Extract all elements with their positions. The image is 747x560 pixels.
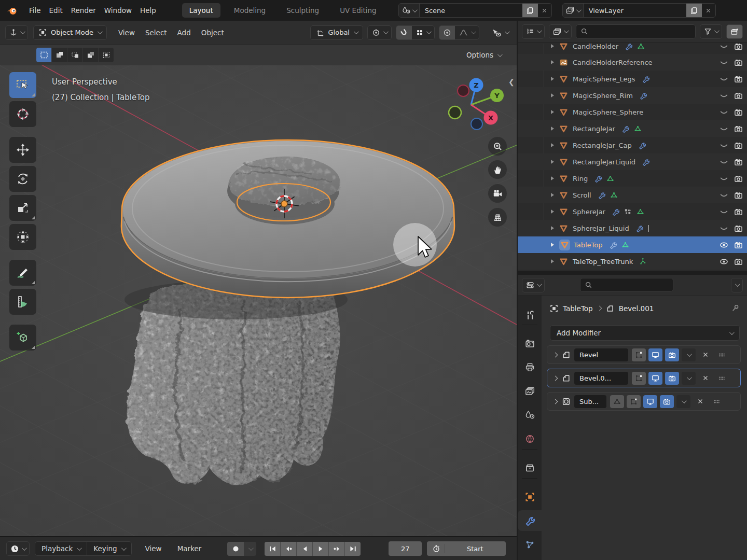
modifier-extras-dropdown[interactable] — [676, 395, 690, 408]
outliner-display-mode[interactable] — [549, 24, 572, 39]
hide-in-viewport-icon[interactable] — [720, 91, 728, 100]
object-name[interactable]: SphereJar — [573, 208, 605, 216]
viewlayer-browse-button[interactable] — [563, 4, 584, 17]
snap-toggle[interactable] — [396, 26, 412, 39]
pivot-point-dropdown[interactable] — [367, 25, 392, 40]
tree-trunk-object[interactable] — [125, 280, 348, 485]
menu-window[interactable]: Window — [100, 4, 136, 17]
pin-icon[interactable] — [731, 304, 740, 313]
modifier-panel-subdivision[interactable]: Sub... — [547, 392, 741, 411]
menu-playback[interactable]: Playback — [35, 542, 87, 555]
scene-unlink-button[interactable] — [538, 4, 551, 17]
menu-object[interactable]: Object — [196, 26, 229, 39]
object-name[interactable]: TableTop — [574, 241, 603, 249]
tab-physics[interactable] — [518, 556, 542, 560]
pan-button[interactable] — [488, 160, 507, 179]
select-intersect-button[interactable] — [99, 48, 114, 62]
outliner-row[interactable]: RectangleJarLiquid — [518, 153, 747, 170]
tab-object[interactable] — [518, 486, 542, 507]
play-reverse-button[interactable] — [297, 542, 312, 556]
scene-browse-button[interactable] — [399, 4, 420, 17]
disable-in-renders-icon[interactable] — [734, 75, 743, 83]
outliner-row[interactable]: MagicSphere_Rim — [518, 87, 747, 104]
object-name[interactable]: MagicSphere_Legs — [573, 75, 635, 83]
render-display-toggle[interactable] — [665, 348, 679, 361]
3d-viewport[interactable]: Z Y X Object Mode View Select Add Object — [0, 21, 517, 536]
frame-start-field[interactable]: Start — [427, 541, 506, 556]
disclosure-triangle-icon[interactable] — [551, 226, 554, 230]
tab-modifiers[interactable] — [518, 510, 542, 531]
outliner-row[interactable]: MagicSphere_Legs — [518, 71, 747, 87]
zoom-button[interactable] — [488, 137, 507, 156]
tool-transform[interactable] — [9, 224, 36, 250]
object-name[interactable]: CandleHolderReference — [573, 59, 653, 66]
modifier-name-field[interactable]: Sub... — [574, 395, 606, 408]
modifier-name-field[interactable]: Bevel.0... — [574, 372, 628, 385]
tab-view-layer[interactable] — [518, 381, 542, 401]
object-name[interactable]: Ring — [573, 175, 588, 183]
disable-in-renders-icon[interactable] — [734, 43, 743, 51]
disclosure-triangle-icon[interactable] — [551, 93, 554, 97]
mode-dropdown[interactable]: Object Mode — [33, 25, 107, 40]
jump-to-start-button[interactable] — [265, 542, 280, 556]
outliner-row[interactable]: Scroll — [518, 187, 747, 203]
outliner-row[interactable]: MagicSphere_Sphere — [518, 104, 747, 120]
play-button[interactable] — [313, 542, 328, 556]
menu-view[interactable]: View — [113, 26, 140, 39]
previous-keyframe-button[interactable] — [281, 542, 296, 556]
object-name[interactable]: SphereJar_Liquid — [573, 225, 629, 232]
blender-logo-icon[interactable] — [6, 5, 18, 16]
disable-in-renders-icon[interactable] — [734, 257, 743, 266]
outliner-row-active[interactable]: TableTop — [518, 236, 747, 253]
drag-handle[interactable] — [715, 348, 729, 361]
menu-render[interactable]: Render — [67, 4, 100, 17]
menu-help[interactable]: Help — [136, 4, 160, 17]
hide-in-viewport-icon[interactable] — [720, 108, 728, 117]
options-dropdown[interactable]: Options — [466, 51, 501, 59]
drag-handle[interactable] — [710, 395, 724, 408]
disable-in-renders-icon[interactable] — [734, 174, 743, 183]
menu-edit[interactable]: Edit — [45, 4, 67, 17]
outliner-row[interactable]: SphereJar_Liquid — [518, 220, 747, 236]
modifier-panel-bevel[interactable]: Bevel — [547, 345, 741, 364]
disable-in-renders-icon[interactable] — [734, 124, 743, 133]
disable-in-renders-icon[interactable] — [734, 191, 743, 200]
disclosure-triangle-icon[interactable] — [551, 60, 554, 64]
disclosure-triangle-icon[interactable] — [551, 193, 554, 197]
auto-keying-toggle[interactable] — [227, 542, 244, 556]
gizmo-neg-y[interactable] — [449, 106, 461, 119]
tab-output[interactable] — [518, 357, 542, 377]
transform-orientation-dropdown[interactable]: Global — [310, 25, 363, 40]
select-extend-button[interactable] — [52, 48, 67, 62]
modifier-panel-bevel-001[interactable]: Bevel.0... — [547, 369, 741, 387]
viewport-display-toggle[interactable] — [648, 372, 662, 385]
disclosure-triangle-icon[interactable] — [551, 143, 554, 147]
properties-options-dropdown[interactable] — [731, 278, 743, 292]
edit-mode-display-toggle[interactable] — [632, 372, 646, 385]
tab-world[interactable] — [518, 428, 542, 449]
delete-modifier-button[interactable] — [698, 372, 712, 385]
hide-in-viewport-icon[interactable] — [720, 191, 728, 200]
hide-in-viewport-icon[interactable] — [720, 141, 728, 150]
tab-tool[interactable] — [518, 305, 542, 326]
disable-in-renders-icon[interactable] — [734, 224, 743, 233]
tool-move[interactable] — [9, 137, 36, 163]
scene-name[interactable]: Scene — [420, 7, 522, 15]
object-name[interactable]: TaleTop_TreeTrunk — [573, 258, 633, 265]
modifier-extras-dropdown[interactable] — [682, 372, 696, 385]
properties-search[interactable] — [580, 278, 673, 292]
hide-in-viewport-icon[interactable] — [720, 174, 728, 183]
outliner-row[interactable]: RectangleJar — [518, 120, 747, 137]
object-name[interactable]: Scroll — [573, 191, 591, 199]
next-keyframe-button[interactable] — [329, 542, 344, 556]
breadcrumb-object[interactable]: TableTop — [563, 304, 593, 313]
breadcrumb-item[interactable]: Bevel.001 — [619, 304, 654, 313]
menu-keying[interactable]: Keying — [87, 542, 131, 555]
hide-in-viewport-icon[interactable] — [720, 207, 728, 216]
editor-type-selector[interactable] — [5, 25, 28, 40]
tab-scene[interactable] — [518, 404, 542, 425]
tab-layout[interactable]: Layout — [182, 3, 220, 18]
viewport-canvas[interactable]: Z Y X — [0, 65, 517, 536]
expand-icon[interactable] — [553, 375, 558, 381]
disable-in-renders-icon[interactable] — [734, 91, 743, 100]
